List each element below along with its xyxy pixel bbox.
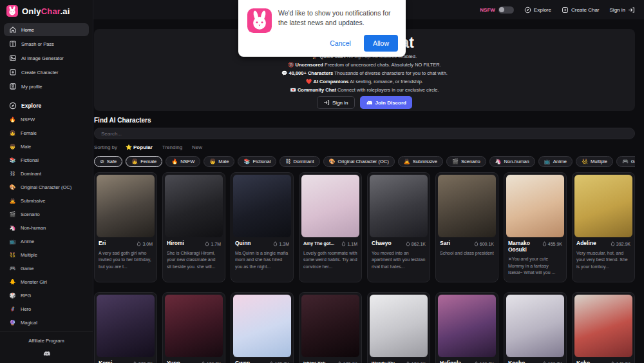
header-explore-button[interactable]: Explore: [524, 6, 551, 14]
star-icon: ⭐: [126, 144, 132, 150]
tag-emoji-icon: 🦸: [9, 306, 16, 312]
character-card[interactable]: Chaeyo 862.1K You moved into an apartmen…: [367, 172, 430, 282]
sidebar-tag-item[interactable]: 🙇 Submissive: [0, 194, 93, 208]
sort-option[interactable]: New: [191, 144, 202, 150]
allow-button[interactable]: Allow: [364, 35, 398, 52]
sidebar-tag-item[interactable]: 📚 Fictional: [0, 153, 93, 167]
filter-chip[interactable]: 🙇 Submissive: [398, 156, 443, 167]
character-card[interactable]: Quinn 1.3M Ms.Quinn is a single mafia mo…: [231, 172, 294, 282]
character-card[interactable]: Ishimi Yok... 178.6K: [299, 292, 362, 363]
chip-label: Dominant: [293, 159, 314, 164]
sidebar-menu-item[interactable]: Smash or Pass: [4, 37, 89, 50]
character-card[interactable]: Kocho 159.7K: [504, 292, 567, 363]
sort-option[interactable]: ⭐Popular: [126, 144, 153, 150]
character-description: Very muscular, hot, and your very best f…: [576, 250, 630, 271]
sidebar-tag-item[interactable]: 🎮 Game: [0, 262, 93, 275]
character-card[interactable]: Komi 372.7K: [94, 292, 157, 363]
sidebar-tag-item[interactable]: 🔥 NSFW: [0, 113, 93, 126]
tag-emoji-icon: 👦: [9, 144, 16, 150]
cancel-button[interactable]: Cancel: [330, 39, 351, 47]
character-card[interactable]: Sari 600.1K School and class president: [435, 172, 498, 282]
sidebar-menu-item[interactable]: My profile: [4, 80, 89, 93]
filter-chip[interactable]: 🔥 NSFW: [166, 156, 200, 167]
character-card[interactable]: Adeline 392.9K Very muscular, hot, and y…: [572, 172, 635, 282]
character-card[interactable]: Amy The got... 1.1M Lovely goth roommate…: [299, 172, 362, 282]
filter-chip[interactable]: 👧 Female: [126, 156, 162, 167]
chat-count: 1.3M: [273, 241, 289, 246]
hero-signin-button[interactable]: Sign in: [317, 96, 354, 109]
tag-label: Multiple: [21, 252, 37, 258]
header-create-char-button[interactable]: Create Char: [562, 6, 600, 14]
sidebar-tag-item[interactable]: 🎲 RPG: [0, 289, 93, 302]
character-image: [233, 175, 291, 237]
feature-emoji-icon: 💌: [290, 87, 296, 93]
filter-chip[interactable]: ⊘ Safe: [94, 156, 122, 167]
sidebar-tag-item[interactable]: 🔮 Magical: [0, 316, 93, 329]
character-card[interactable]: Gwen 185.7K: [231, 292, 294, 363]
character-name: Adeline: [576, 240, 596, 247]
filter-chip[interactable]: 📺 Anime: [538, 156, 573, 167]
nsfw-toggle[interactable]: [498, 6, 514, 14]
menu-item-icon: [9, 26, 17, 34]
character-image: [301, 175, 359, 237]
sidebar: OnlyChar.ai Home Smash or Pass AI Image …: [0, 0, 93, 363]
chip-label: Anime: [553, 159, 567, 164]
sidebar-tag-item[interactable]: 🎬 Scenario: [0, 208, 93, 221]
sidebar-tag-item[interactable]: 📺 Anime: [0, 235, 93, 248]
sidebar-tag-item[interactable]: 🎨 Original Character (OC): [0, 181, 93, 194]
search-input[interactable]: [94, 128, 635, 139]
character-grid: Eri 3.0M A very sad goth girl who invite…: [94, 172, 635, 363]
character-card[interactable]: Yuno 189.2K: [162, 292, 225, 363]
filter-chip[interactable]: 🎮 Game: [616, 156, 635, 167]
chat-count: 862.1K: [406, 241, 426, 246]
sort-option[interactable]: Trending: [161, 144, 182, 150]
plus-square-icon: [562, 6, 569, 14]
character-image: [438, 295, 496, 357]
sidebar-tag-item[interactable]: 👧 Female: [0, 126, 93, 140]
filter-chip[interactable]: 🎨 Original Character (OC): [323, 156, 395, 167]
hero-features: 🚀 Quick Start No sign-up. All features e…: [94, 52, 635, 94]
menu-item-label: Smash or Pass: [21, 41, 54, 47]
character-card[interactable]: Koko 145.8K: [572, 292, 635, 363]
discord-icon[interactable]: [0, 349, 93, 358]
character-name: Eri: [99, 240, 106, 247]
tag-emoji-icon: 🔮: [9, 320, 16, 326]
menu-item-icon: [9, 83, 17, 90]
tag-label: RPG: [21, 293, 31, 299]
join-discord-button[interactable]: Join Discord: [360, 96, 412, 109]
filter-chip[interactable]: 👦 Male: [204, 156, 234, 167]
affiliate-program-link[interactable]: Affiliate Program: [0, 338, 93, 344]
character-card[interactable]: Eri 3.0M A very sad goth girl who invite…: [94, 172, 157, 282]
character-image: [165, 175, 223, 237]
character-card[interactable]: Wendy [Pu... 174.6K: [367, 292, 430, 363]
filter-chip[interactable]: 👯 Multiple: [576, 156, 613, 167]
character-card[interactable]: Hafigela 169.3K: [435, 292, 498, 363]
sidebar-explore-header[interactable]: Explore: [0, 95, 93, 113]
sidebar-tags: 🔥 NSFW 👧 Female 👦 Male 📚 Fictional ⛓ Dom…: [0, 113, 93, 329]
tag-emoji-icon: 🐥: [9, 279, 16, 285]
flame-icon: [273, 241, 278, 246]
sidebar-tag-item[interactable]: 👯 Multiple: [0, 248, 93, 262]
sidebar-menu-item[interactable]: AI Image Generator: [4, 52, 89, 64]
header-signin-button[interactable]: Sign in: [610, 6, 635, 14]
menu-item-label: Create Character: [21, 70, 59, 75]
filter-chip[interactable]: ⛓ Dominant: [279, 156, 319, 167]
tag-label: Submissive: [21, 198, 45, 204]
filter-chip[interactable]: 🎬 Scenario: [446, 156, 486, 167]
filter-chip[interactable]: 🦄 Non-human: [489, 156, 535, 167]
sidebar-tag-item[interactable]: 🦄 Non-human: [0, 221, 93, 235]
character-image: [574, 295, 632, 357]
filter-chip[interactable]: 📚 Fictional: [238, 156, 276, 167]
character-card[interactable]: Mamako Oosuki 455.9K ✕You and your cute …: [504, 172, 567, 282]
nsfw-label: NSFW: [480, 7, 495, 13]
sidebar-menu-item[interactable]: Home: [4, 23, 89, 36]
character-image: [301, 295, 359, 357]
sidebar-tag-item[interactable]: ⛓ Dominant: [0, 167, 93, 181]
sidebar-tag-item[interactable]: 🐥 Monster Girl: [0, 275, 93, 289]
menu-item-label: Home: [21, 27, 34, 33]
sidebar-tag-item[interactable]: 👦 Male: [0, 140, 93, 153]
sidebar-menu-item[interactable]: Create Character: [4, 66, 89, 79]
sidebar-tag-item[interactable]: 🦸 Hero: [0, 302, 93, 316]
brand-logo[interactable]: OnlyChar.ai: [0, 0, 93, 21]
character-card[interactable]: Hiromi 1.7M She is Chikaragi Hiromi, you…: [162, 172, 225, 282]
